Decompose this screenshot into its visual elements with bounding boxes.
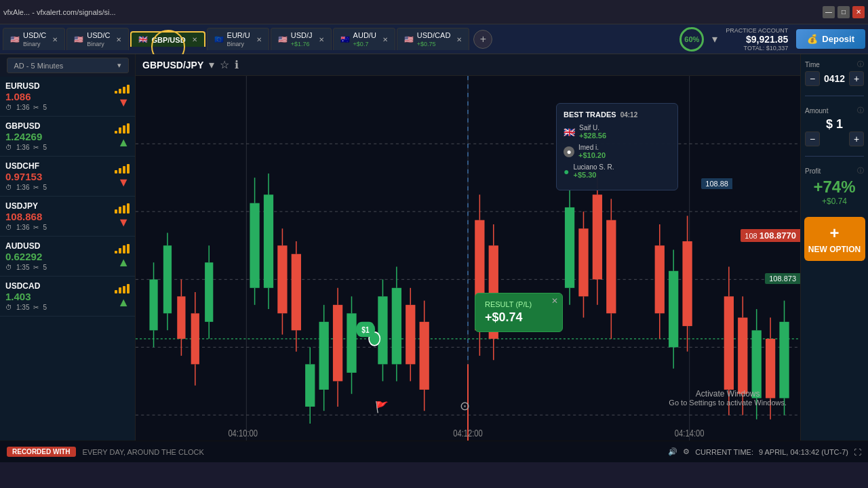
deposit-button[interactable]: 💰 Deposit xyxy=(796,29,865,49)
tab-close-icon[interactable]: ✕ xyxy=(456,36,462,43)
activate-windows-notice: Activate Windows Go to Settings to activ… xyxy=(669,389,787,407)
svg-rect-68 xyxy=(565,207,574,288)
amount-increase-button[interactable]: + xyxy=(849,131,864,146)
svg-rect-37 xyxy=(305,364,315,407)
pair-usdcad[interactable]: USDCAD 1.403 ⏱1:35 ✂5 ▲ xyxy=(0,277,135,317)
settings-icon[interactable]: ⚙ xyxy=(683,447,690,456)
right-panel: Time ⓘ − 0412 + Amount ⓘ $ 1 − + xyxy=(800,54,868,441)
pair-usdchf[interactable]: USDCHF 0.97153 ⏱1:36 ✂5 ▼ xyxy=(0,157,135,197)
svg-rect-74 xyxy=(593,195,602,279)
tab-flag: 🇪🇺 xyxy=(214,35,224,44)
direction-icon: ▼ xyxy=(117,216,130,230)
result-close-button[interactable]: ✕ xyxy=(551,296,558,306)
trend-bars xyxy=(115,163,130,174)
add-tab-button[interactable]: + xyxy=(473,30,492,49)
close-button[interactable]: ✕ xyxy=(852,6,865,18)
tab-close-icon[interactable]: ✕ xyxy=(192,36,197,43)
current-time-value: 9 APRIL, 04:13:42 (UTC-7) xyxy=(759,448,848,456)
pair-left: EURUSD 1.086 ⏱1:36 ✂5 xyxy=(5,81,47,111)
tab-label: USD/CBinary xyxy=(23,31,46,47)
divider xyxy=(805,96,864,96)
tab-usdj[interactable]: 🇺🇸 USD/J+$1.76 ✕ xyxy=(271,28,332,50)
chart-pair-title: GBPUSD/JPY xyxy=(142,60,203,70)
minimize-button[interactable]: — xyxy=(823,6,835,18)
tab-close-icon[interactable]: ✕ xyxy=(116,36,121,43)
info-icon[interactable]: ℹ xyxy=(235,58,239,71)
trader-flag: 🇬🇧 xyxy=(564,127,575,138)
direction-icon: ▲ xyxy=(117,256,130,270)
chevron-down-icon[interactable]: ▾ xyxy=(712,33,717,45)
tab-usdcad[interactable]: 🇺🇸 USD/CAD+$0.75 ✕ xyxy=(397,28,470,50)
time-decrease-button[interactable]: − xyxy=(805,71,820,86)
account-balance: $9,921.85 xyxy=(746,34,788,45)
filter-dropdown[interactable]: AD - 5 Minutes ▾ xyxy=(7,58,129,73)
bottom-right-controls: 🔊 ⚙ CURRENT TIME: 9 APRIL, 04:13:42 (UTC… xyxy=(668,447,861,456)
svg-rect-22 xyxy=(205,262,213,322)
favorite-star-icon[interactable]: ☆ xyxy=(220,58,229,71)
tab-close-icon[interactable]: ✕ xyxy=(256,36,262,43)
time-increase-button[interactable]: + xyxy=(849,71,864,86)
pair-meta: ⏱1:36 ✂5 xyxy=(5,184,47,191)
tab-close-icon[interactable]: ✕ xyxy=(52,36,58,43)
amount-value: $ 1 xyxy=(805,117,864,131)
svg-rect-28 xyxy=(264,195,273,288)
pair-meta: ⏱1:36 ✂5 xyxy=(5,224,47,231)
practice-label: PRACTICE ACCOUNT xyxy=(726,27,788,34)
tab-close-icon[interactable]: ✕ xyxy=(382,36,388,43)
pair-right: ▲ xyxy=(115,283,130,310)
pair-audusd[interactable]: AUDUSD 0.62292 ⏱1:35 ✂5 ▲ xyxy=(0,237,135,277)
chart-canvas[interactable]: 04:10:00 04:12:00 04:14:00 $1 108.88 108… xyxy=(136,76,800,441)
info-icon: ⓘ xyxy=(857,106,864,115)
crosshair-icon[interactable]: ⊙ xyxy=(460,399,470,413)
svg-rect-46 xyxy=(347,313,356,373)
svg-text:04:14:00: 04:14:00 xyxy=(675,428,705,439)
svg-rect-58 xyxy=(420,322,429,390)
tab-euru[interactable]: 🇪🇺 EUR/UBinary ✕ xyxy=(207,28,269,50)
dropdown-icon[interactable]: ▾ xyxy=(209,58,214,71)
new-option-button[interactable]: + NEW OPTION xyxy=(804,217,865,261)
svg-rect-10 xyxy=(149,279,157,330)
chart-header: GBPUSD/JPY ▾ ☆ ℹ xyxy=(136,54,800,76)
result-popup: ✕ RESULT (P/L) +$0.74 xyxy=(475,293,563,332)
best-trades-title: BEST TRADES 04:12 xyxy=(564,110,671,119)
recording-badge: RECORDED WITH xyxy=(7,447,76,457)
trend-bars xyxy=(115,123,130,134)
tab-flag: 🇬🇧 xyxy=(138,35,148,44)
trader-info: Luciano S. R. +$5.30 xyxy=(573,163,614,179)
tab-bar: 🇺🇸 USD/CBinary ✕ 🇺🇸 USD/CBinary ✕ 🇬🇧 GBP… xyxy=(0,24,868,54)
direction-icon: ▲ xyxy=(117,296,130,310)
pair-right: ▼ xyxy=(115,203,130,230)
pair-gbpusd[interactable]: GBPUSD 1.24269 ⏱1:36 ✂5 ▲ xyxy=(0,117,135,157)
svg-rect-16 xyxy=(177,296,185,339)
bottom-bar: RECORDED WITH EVERY DAY, AROUND THE CLOC… xyxy=(0,441,868,462)
amount-section: Amount ⓘ $ 1 − + xyxy=(805,106,864,146)
window-controls: — □ ✕ xyxy=(823,6,865,18)
tab-usdc1[interactable]: 🇺🇸 USD/CBinary ✕ xyxy=(3,28,65,50)
tab-flag: 🇺🇸 xyxy=(404,35,414,44)
tab-flag: 🇺🇸 xyxy=(10,35,20,44)
tab-usdc2[interactable]: 🇺🇸 USD/CBinary ✕ xyxy=(66,28,129,50)
amount-decrease-button[interactable]: − xyxy=(805,131,820,146)
info-icon: ⓘ xyxy=(857,60,864,69)
tab-close-icon[interactable]: ✕ xyxy=(319,36,324,43)
fullscreen-icon[interactable]: ⛶ xyxy=(854,448,861,456)
trend-bars xyxy=(115,243,130,253)
direction-icon: ▼ xyxy=(117,176,130,190)
pair-meta: ⏱1:36 ✂5 xyxy=(5,104,47,111)
trend-bars xyxy=(115,203,130,214)
pair-eurusd[interactable]: EURUSD 1.086 ⏱1:36 ✂5 ▼ xyxy=(0,77,135,117)
tab-flag: 🇺🇸 xyxy=(278,35,288,44)
trader-row-2: ● Imed i. +$10.20 xyxy=(564,144,671,159)
tab-gbpusd[interactable]: 🇬🇧 GBP/USD ✕ xyxy=(130,31,205,47)
trader-row-1: 🇬🇧 Saif U. +$28.56 xyxy=(564,124,671,140)
svg-rect-86 xyxy=(682,241,692,326)
window-title-bar: vfxAle... - vfxalert.com/signals/si... —… xyxy=(0,0,868,24)
maximize-button[interactable]: □ xyxy=(837,6,850,18)
tab-audu[interactable]: 🇦🇺 AUD/U+$0.7 ✕ xyxy=(333,28,395,50)
svg-rect-71 xyxy=(578,228,588,296)
pair-usdjpy[interactable]: USDJPY 108.868 ⏱1:36 ✂5 ▼ xyxy=(0,197,135,237)
volume-icon[interactable]: 🔊 xyxy=(668,447,677,456)
svg-rect-19 xyxy=(191,313,199,364)
pair-left: GBPUSD 1.24269 ⏱1:36 ✂5 xyxy=(5,121,47,151)
sidebar-filter: AD - 5 Minutes ▾ xyxy=(0,54,135,77)
